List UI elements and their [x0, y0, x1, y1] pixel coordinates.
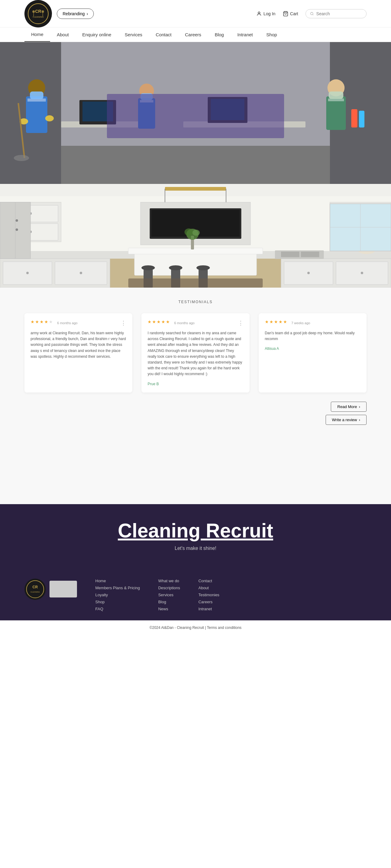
logo: CR CLEANING — [24, 0, 52, 27]
review-meta-3: ★ ★ ★ ★ ★ 7 weeks ago — [265, 319, 310, 327]
rebranding-label: Rebranding — [63, 11, 85, 16]
svg-point-3 — [32, 10, 35, 13]
search-box[interactable] — [305, 9, 367, 18]
testimonials-grid: ★ ★ ★ ★ ★ 6 months ago ⋮ army work at Cl… — [24, 313, 367, 393]
copyright-bar: ©2024 Al&Dan - Cleaning Recruit | Terms … — [0, 620, 391, 635]
footer-link-descriptions[interactable]: Descriptions — [158, 586, 180, 590]
svg-text:CLEANING: CLEANING — [33, 16, 44, 18]
svg-point-69 — [16, 219, 18, 222]
reviewer-name-3: Altisua A — [265, 346, 279, 351]
footer-brand: Cleaning Recruit Let's make it shine! — [0, 504, 391, 572]
review-header-1: ★ ★ ★ ★ ★ 6 months ago ⋮ — [31, 319, 126, 327]
stars-2: ★ ★ ★ ★ ★ — [147, 319, 170, 324]
svg-rect-96 — [128, 278, 263, 288]
login-label: Log In — [263, 11, 276, 16]
chevron-right-icon: › — [86, 11, 88, 16]
svg-point-81 — [192, 230, 200, 236]
star-3-3: ★ — [274, 319, 278, 324]
login-button[interactable]: Log In — [256, 11, 276, 17]
svg-rect-71 — [128, 248, 263, 254]
footer-nav: CR CLEANING Home Members Plans & Pricing… — [0, 572, 391, 620]
testimonial-card-2: ★ ★ ★ ★ ★ 6 months ago ⋮ I randomly sear… — [141, 313, 249, 393]
footer-link-about[interactable]: About — [198, 586, 219, 590]
nav-item-enquiry-online[interactable]: Enquiry online — [76, 28, 118, 41]
stars-3: ★ ★ ★ ★ ★ — [265, 319, 287, 324]
footer-link-careers[interactable]: Careers — [198, 599, 219, 604]
copyright-text: ©2024 Al&Dan - Cleaning Recruit | Terms … — [149, 625, 241, 630]
footer-link-home[interactable]: Home — [95, 579, 140, 583]
logo-area: CR CLEANING Rebranding › — [24, 0, 94, 27]
star-2-3: ★ — [157, 319, 161, 324]
svg-rect-37 — [351, 109, 357, 127]
office-scene-svg — [0, 42, 391, 184]
time-ago-2: 6 months ago — [174, 321, 195, 325]
star-3-4: ★ — [279, 319, 283, 324]
svg-text:CR: CR — [32, 585, 38, 589]
svg-point-9 — [311, 12, 313, 14]
nav-item-careers[interactable]: Careers — [178, 28, 208, 41]
star-2-2: ★ — [152, 319, 156, 324]
footer-link-faq[interactable]: FAQ — [95, 607, 140, 611]
footer-link-intranet[interactable]: Intranet — [198, 607, 219, 611]
footer-link-services[interactable]: Services — [158, 593, 180, 597]
svg-point-64 — [26, 272, 29, 274]
search-icon — [310, 11, 314, 16]
star-3-1: ★ — [265, 319, 269, 324]
read-more-button[interactable]: Read More › — [331, 402, 367, 412]
nav-item-shop[interactable]: Shop — [260, 28, 284, 41]
svg-point-86 — [361, 272, 363, 274]
cart-button[interactable]: Cart — [283, 11, 298, 17]
footer-link-testimonies[interactable]: Testimonies — [198, 593, 219, 597]
nav-item-intranet[interactable]: Intranet — [231, 28, 260, 41]
testimonial-card-1: ★ ★ ★ ★ ★ 6 months ago ⋮ army work at Cl… — [24, 313, 132, 393]
svg-point-68 — [16, 228, 18, 231]
svg-rect-88 — [281, 252, 299, 257]
footer-logo-rect — [50, 581, 77, 597]
footer-logo-circle: CR CLEANING — [24, 579, 46, 600]
review-text-1: army work at Cleaning Recruit. Dan, his … — [31, 330, 126, 360]
svg-rect-38 — [359, 111, 364, 127]
footer-link-shop[interactable]: Shop — [95, 599, 140, 604]
footer-col-2: What we do Descriptions Services Blog Ne… — [158, 579, 180, 611]
read-more-label: Read More — [337, 404, 357, 409]
star-1-3: ★ — [40, 319, 44, 324]
time-ago-1: 6 months ago — [57, 321, 78, 325]
star-2-4: ★ — [161, 319, 165, 324]
star-1-4: ★ — [44, 319, 48, 324]
review-more-button-2[interactable]: ⋮ — [238, 320, 244, 326]
search-input[interactable] — [316, 11, 362, 16]
review-text-2: I randomly searched for cleaners in my a… — [147, 330, 243, 377]
star-3-5: ★ — [283, 319, 287, 324]
footer-link-contact[interactable]: Contact — [198, 579, 219, 583]
testimonials-section: TESTIMONIALS ★ ★ ★ ★ ★ 6 months ago ⋮ ar… — [0, 288, 391, 443]
svg-rect-24 — [30, 92, 44, 99]
footer-link-news[interactable]: News — [158, 607, 180, 611]
nav-item-about[interactable]: About — [50, 28, 76, 41]
footer-link-what-we-do[interactable]: What we do — [158, 579, 180, 583]
svg-point-0 — [28, 4, 48, 24]
svg-rect-39 — [107, 94, 284, 138]
nav-item-contact[interactable]: Contact — [149, 28, 178, 41]
svg-point-85 — [307, 272, 310, 274]
footer-col-1: Home Members Plans & Pricing Loyalty Sho… — [95, 579, 140, 611]
svg-rect-34 — [326, 96, 346, 130]
svg-point-7 — [258, 12, 260, 14]
cart-icon — [283, 11, 288, 17]
svg-rect-36 — [329, 92, 343, 99]
star-1-2: ★ — [35, 319, 39, 324]
svg-point-75 — [169, 265, 183, 270]
footer-link-loyalty[interactable]: Loyalty — [95, 593, 140, 597]
review-header-2: ★ ★ ★ ★ ★ 6 months ago ⋮ — [147, 319, 243, 327]
testimonials-label: TESTIMONIALS — [24, 300, 367, 304]
footer-link-members[interactable]: Members Plans & Pricing — [95, 586, 140, 590]
nav-item-home[interactable]: Home — [24, 27, 50, 42]
write-review-button[interactable]: Write a review › — [326, 415, 367, 425]
kitchen-scene-svg — [0, 184, 391, 288]
chevron-right-icon-read-more: › — [359, 404, 360, 409]
rebranding-button[interactable]: Rebranding › — [57, 8, 94, 19]
nav-item-blog[interactable]: Blog — [208, 28, 231, 41]
review-more-button-1[interactable]: ⋮ — [121, 320, 126, 326]
footer-link-blog[interactable]: Blog — [158, 599, 180, 604]
nav-item-services[interactable]: Services — [118, 28, 149, 41]
review-header-3: ★ ★ ★ ★ ★ 7 weeks ago — [265, 319, 360, 327]
